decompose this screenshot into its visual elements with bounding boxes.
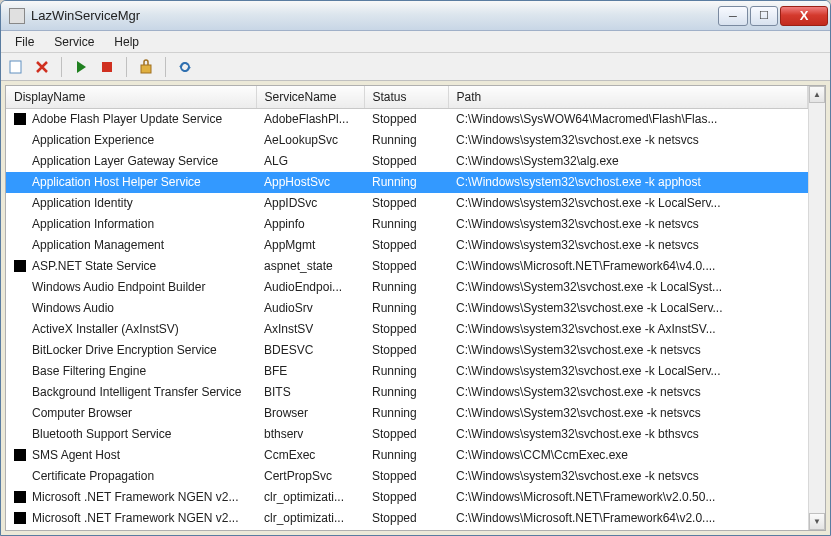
properties-button[interactable]	[135, 56, 157, 78]
table-row[interactable]: Base Filtering EngineBFERunningC:\Window…	[6, 361, 808, 382]
cell-path: C:\Windows\system32\svchost.exe -k Local…	[448, 361, 808, 382]
menu-service[interactable]: Service	[44, 33, 104, 51]
new-button[interactable]	[5, 56, 27, 78]
app-window: LazWinServiceMgr ─ ☐ X File Service Help…	[0, 0, 831, 536]
col-displayname[interactable]: DisplayName	[6, 86, 256, 109]
cell-status: Stopped	[364, 529, 448, 531]
cell-servicename: clr_optimizati...	[256, 487, 364, 508]
cell-status: Running	[364, 361, 448, 382]
displayname-text: Application Host Helper Service	[32, 175, 201, 189]
service-icon	[14, 449, 26, 461]
cell-displayname: Bluetooth Support Service	[6, 424, 256, 445]
window-title: LazWinServiceMgr	[31, 8, 718, 23]
cell-servicename: Appinfo	[256, 214, 364, 235]
cell-path: C:\Windows\Microsoft.NET\Framework\v2.0.…	[448, 487, 808, 508]
menu-help[interactable]: Help	[104, 33, 149, 51]
displayname-text: Application Information	[32, 217, 154, 231]
cell-status: Stopped	[364, 319, 448, 340]
service-icon	[14, 281, 26, 293]
table-row[interactable]: Background Intelligent Transfer ServiceB…	[6, 382, 808, 403]
displayname-text: Microsoft .NET Framework NGEN v2...	[32, 511, 238, 525]
table-row[interactable]: Computer BrowserBrowserRunningC:\Windows…	[6, 403, 808, 424]
service-icon	[14, 491, 26, 503]
cell-status: Stopped	[364, 151, 448, 172]
cell-path: C:\Windows\system32\svchost.exe -k netsv…	[448, 130, 808, 151]
displayname-text: Application Layer Gateway Service	[32, 154, 218, 168]
table-row[interactable]: Application ExperienceAeLookupSvcRunning…	[6, 130, 808, 151]
service-icon	[14, 365, 26, 377]
cell-displayname: ASP.NET State Service	[6, 256, 256, 277]
cell-displayname: Application Information	[6, 214, 256, 235]
scroll-down-icon[interactable]: ▼	[809, 513, 825, 530]
cell-path: C:\Windows\system32\svchost.exe -k Local…	[448, 193, 808, 214]
svg-rect-0	[10, 61, 21, 73]
displayname-text: Background Intelligent Transfer Service	[32, 385, 241, 399]
cell-displayname: Application Experience	[6, 130, 256, 151]
table-row[interactable]: Application IdentityAppIDSvcStoppedC:\Wi…	[6, 193, 808, 214]
cell-servicename: BFE	[256, 361, 364, 382]
cell-path: C:\Windows\system32\svchost.exe -k appho…	[448, 172, 808, 193]
toolbar	[1, 53, 830, 81]
table-row[interactable]: Bluetooth Support ServicebthservStoppedC…	[6, 424, 808, 445]
start-button[interactable]	[70, 56, 92, 78]
table-row[interactable]: ASP.NET State Serviceaspnet_stateStopped…	[6, 256, 808, 277]
stop-button[interactable]	[96, 56, 118, 78]
cell-displayname: Base Filtering Engine	[6, 361, 256, 382]
separator	[61, 57, 62, 77]
cell-servicename: clr_optimizati...	[256, 508, 364, 529]
window-buttons: ─ ☐ X	[718, 6, 828, 26]
cell-path: C:\Windows\system32\svchost.exe -k netsv…	[448, 214, 808, 235]
service-icon	[14, 260, 26, 272]
app-icon	[9, 8, 25, 24]
cell-servicename: CcmExec	[256, 445, 364, 466]
table-row[interactable]: Microsoft .NET Framework NGEN v4...clr_o…	[6, 529, 808, 531]
cell-servicename: ALG	[256, 151, 364, 172]
table-row[interactable]: Certificate PropagationCertPropSvcStoppe…	[6, 466, 808, 487]
table-row[interactable]: Adobe Flash Player Update ServiceAdobeFl…	[6, 109, 808, 130]
table-row[interactable]: Application ManagementAppMgmtStoppedC:\W…	[6, 235, 808, 256]
minimize-button[interactable]: ─	[718, 6, 748, 26]
table-row[interactable]: Application InformationAppinfoRunningC:\…	[6, 214, 808, 235]
displayname-text: Application Experience	[32, 133, 154, 147]
cell-displayname: BitLocker Drive Encryption Service	[6, 340, 256, 361]
cell-servicename: AudioEndpoi...	[256, 277, 364, 298]
cell-displayname: Application Layer Gateway Service	[6, 151, 256, 172]
displayname-text: Windows Audio	[32, 301, 114, 315]
titlebar[interactable]: LazWinServiceMgr ─ ☐ X	[1, 1, 830, 31]
cell-path: C:\Windows\System32\svchost.exe -k netsv…	[448, 382, 808, 403]
col-servicename[interactable]: ServiceName	[256, 86, 364, 109]
col-status[interactable]: Status	[364, 86, 448, 109]
cell-servicename: BITS	[256, 382, 364, 403]
table-row[interactable]: Windows Audio Endpoint BuilderAudioEndpo…	[6, 277, 808, 298]
cell-status: Running	[364, 298, 448, 319]
cell-servicename: aspnet_state	[256, 256, 364, 277]
table-row[interactable]: SMS Agent HostCcmExecRunningC:\Windows\C…	[6, 445, 808, 466]
vertical-scrollbar[interactable]: ▲ ▼	[808, 86, 825, 530]
cell-status: Stopped	[364, 487, 448, 508]
cell-path: C:\Windows\system32\svchost.exe -k netsv…	[448, 235, 808, 256]
cell-path: C:\Windows\System32\alg.exe	[448, 151, 808, 172]
cell-servicename: BDESVC	[256, 340, 364, 361]
close-button[interactable]: X	[780, 6, 828, 26]
service-icon	[14, 176, 26, 188]
table-row[interactable]: Application Layer Gateway ServiceALGStop…	[6, 151, 808, 172]
table-row[interactable]: BitLocker Drive Encryption ServiceBDESVC…	[6, 340, 808, 361]
col-path[interactable]: Path	[448, 86, 808, 109]
cell-displayname: Certificate Propagation	[6, 466, 256, 487]
table-row[interactable]: Windows AudioAudioSrvRunningC:\Windows\S…	[6, 298, 808, 319]
scroll-up-icon[interactable]: ▲	[809, 86, 825, 103]
service-table: DisplayName ServiceName Status Path Adob…	[6, 86, 808, 530]
table-row[interactable]: Microsoft .NET Framework NGEN v2...clr_o…	[6, 508, 808, 529]
service-list[interactable]: DisplayName ServiceName Status Path Adob…	[6, 86, 808, 530]
service-icon	[14, 323, 26, 335]
table-row[interactable]: ActiveX Installer (AxInstSV)AxInstSVStop…	[6, 319, 808, 340]
delete-button[interactable]	[31, 56, 53, 78]
displayname-text: Bluetooth Support Service	[32, 427, 171, 441]
refresh-button[interactable]	[174, 56, 196, 78]
table-row[interactable]: Application Host Helper ServiceAppHostSv…	[6, 172, 808, 193]
maximize-button[interactable]: ☐	[750, 6, 778, 26]
displayname-text: Application Management	[32, 238, 164, 252]
cell-displayname: Adobe Flash Player Update Service	[6, 109, 256, 130]
menu-file[interactable]: File	[5, 33, 44, 51]
table-row[interactable]: Microsoft .NET Framework NGEN v2...clr_o…	[6, 487, 808, 508]
